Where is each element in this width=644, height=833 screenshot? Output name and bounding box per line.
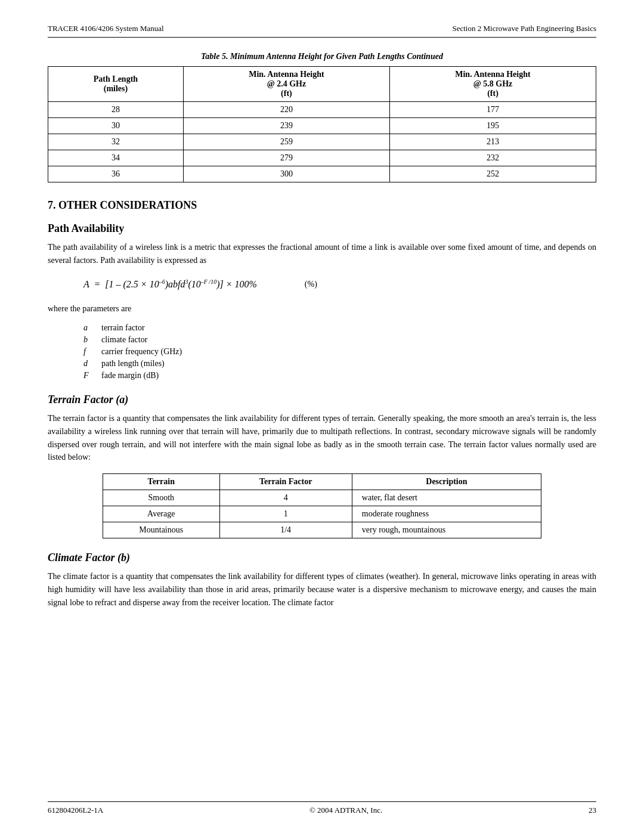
table-row: 36300252 (48, 166, 596, 182)
formula-unit: (%) (305, 280, 317, 289)
path-availability-heading: Path Availability (48, 222, 596, 235)
param-letter: f (83, 347, 101, 357)
terrain-factor-heading: Terrain Factor (a) (48, 394, 596, 406)
param-letter: a (83, 323, 101, 333)
col-58ghz: Min. Antenna Height @ 5.8 GHz (ft) (389, 67, 596, 102)
param-desc: terrain factor (101, 323, 596, 333)
terrain-factor-body: The terrain factor is a quantity that co… (48, 412, 596, 464)
formula-block: A = [1 – (2.5 × 10–6)abfd3(10–F /10)] × … (83, 278, 596, 290)
footer-left: 612804206L2-1A (48, 806, 103, 815)
params-intro: where the parameters are (48, 302, 596, 315)
param-desc: carrier frequency (GHz) (101, 347, 596, 357)
param-letter: F (83, 371, 101, 380)
table-row: Average1moderate roughness (103, 506, 541, 522)
table-row: 32259213 (48, 134, 596, 150)
page-footer: 612804206L2-1A © 2004 ADTRAN, Inc. 23 (48, 801, 596, 815)
param-letter: d (83, 359, 101, 368)
parameter-list: aterrain factorbclimate factorfcarrier f… (83, 323, 596, 380)
param-desc: fade margin (dB) (101, 371, 596, 380)
table-row: Mountainous1/4very rough, mountainous (103, 522, 541, 538)
col-24ghz: Min. Antenna Height @ 2.4 GHz (ft) (183, 67, 389, 102)
formula: A = [1 – (2.5 × 10–6)abfd3(10–F /10)] × … (83, 278, 257, 290)
section-7-heading: 7. OTHER CONSIDERATIONS (48, 199, 596, 212)
footer-center: © 2004 ADTRAN, Inc. (309, 806, 382, 815)
table-row: 28220177 (48, 102, 596, 118)
table-caption: Table 5. Minimum Antenna Height for Give… (48, 52, 596, 61)
climate-factor-body: The climate factor is a quantity that co… (48, 570, 596, 609)
param-desc: path length (miles) (101, 359, 596, 368)
col-path-length: Path Length (miles) (48, 67, 184, 102)
header-left: TRACER 4106/4206 System Manual (48, 24, 164, 33)
terrain-table-wrap: TerrainTerrain FactorDescription Smooth4… (48, 473, 596, 538)
page-header: TRACER 4106/4206 System Manual Section 2… (48, 24, 596, 38)
antenna-height-table: Path Length (miles) Min. Antenna Height … (48, 66, 596, 182)
table-row: Smooth4water, flat desert (103, 490, 541, 506)
path-availability-body: The path availability of a wireless link… (48, 241, 596, 267)
terrain-factor-table: TerrainTerrain FactorDescription Smooth4… (103, 473, 541, 538)
table-row: 30239195 (48, 118, 596, 134)
param-desc: climate factor (101, 335, 596, 345)
header-right: Section 2 Microwave Path Engineering Bas… (452, 24, 596, 33)
climate-factor-heading: Climate Factor (b) (48, 552, 596, 564)
footer-right: 23 (589, 806, 596, 815)
table-row: 34279232 (48, 150, 596, 166)
param-letter: b (83, 335, 101, 345)
